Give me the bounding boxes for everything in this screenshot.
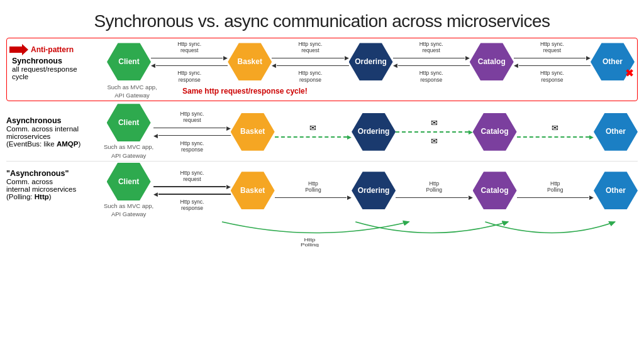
row3-label: "Asynchronous" Comm. across internal mic…	[6, 163, 104, 200]
row1-catalog-hex: Catalog	[470, 43, 514, 80]
row3-client-node: Client Such as MVC app,API Gateway	[104, 163, 153, 219]
row1-label2: all request/response	[12, 65, 103, 73]
row1-arr2-right-head: ▶	[345, 55, 349, 61]
row1-flow: Client Http sync.request ▶ ◀ Http sync.r…	[107, 41, 635, 83]
row2-sync-resp-label: Http sync.response	[153, 140, 230, 153]
row2-label3: microservices	[6, 133, 100, 140]
row1-ordering-hex: Ordering	[349, 43, 393, 80]
row1-arr4-right-head: ▶	[586, 55, 591, 61]
row3-client-hex: Client	[107, 163, 151, 200]
row3-other-hex: Other	[594, 172, 638, 209]
row1-arr1-bot-label: Http sync.response	[151, 70, 228, 82]
row2-below-client: Such as MVC app,API Gateway	[104, 143, 153, 160]
row3-poll1: HttpPolling ▶	[275, 180, 352, 200]
row2-sync-right: ▶	[153, 125, 230, 131]
row1-arr4-left-head: ◀	[514, 62, 518, 69]
row1-other-node: Other ✖	[591, 43, 635, 80]
row1-arr2-top-label: Http sync.request	[272, 41, 348, 53]
row1-arr2-bot-label: Http sync.response	[272, 70, 348, 82]
row1-arr4-right: ▶	[514, 55, 591, 61]
row1-arr1-left: ◀	[151, 62, 228, 69]
row2-other-node: Other	[594, 113, 638, 151]
row1-arr3-left-head: ◀	[393, 62, 397, 69]
row2-container: Asynchronous Comm. across internal micro…	[6, 104, 638, 160]
row1-ordering-node: Ordering	[349, 43, 393, 80]
arrow-icon	[9, 43, 28, 57]
row1-arr4-bot-label: Http sync.response	[514, 70, 591, 82]
same-http-label: Same http request/response cycle!	[182, 87, 308, 96]
row1-basket-node: Basket	[228, 43, 272, 80]
row1-basket-hex: Basket	[228, 43, 272, 80]
envelope-icon-3: ✉	[431, 136, 438, 146]
row2-ordering-hex: Ordering	[352, 113, 396, 151]
row3-ordering-hex: Ordering	[352, 172, 396, 209]
row1-client-node: Client	[107, 43, 151, 80]
row2-dashed1-line: ▶	[275, 134, 352, 140]
row3-label4c: )	[49, 193, 52, 200]
row2-sync-req-label: Http sync.request	[153, 111, 230, 123]
envelope-icon-1: ✉	[309, 123, 316, 133]
row1-arr2-right: ▶	[272, 55, 348, 61]
row1-arr4-left: ◀	[514, 62, 591, 69]
polling-curves-svg: Http Polling	[104, 219, 638, 247]
row1-label: Anti-pattern Synchronous all request/res…	[9, 43, 107, 80]
row2-dashed2: ✉ ▶ ✉	[396, 118, 472, 146]
row2-label4a: (EventBus: like	[6, 140, 57, 148]
row1-client-hex: Client	[107, 43, 151, 80]
row1-arr4-top-label: Http sync.request	[514, 41, 591, 53]
row3-basket-hex: Basket	[231, 172, 275, 209]
row2-label4c: )	[78, 140, 80, 148]
row1-label3: cycle	[12, 73, 103, 80]
row3-polling-svg-container: Http Polling	[104, 219, 638, 247]
main-content: Anti-pattern Synchronous all request/res…	[0, 38, 644, 247]
row2-label: Asynchronous Comm. across internal micro…	[6, 116, 104, 148]
row1-below-client-text: Such as MVC app,API Gateway	[107, 83, 157, 100]
row3-other-node: Other	[594, 172, 638, 209]
row2-flow: Client Such as MVC app,API Gateway Http …	[104, 104, 638, 160]
row1-below: Such as MVC app,API Gateway Same http re…	[9, 83, 635, 100]
row2-basket-node: Basket	[231, 113, 275, 151]
row1-arr3-right: ▶	[393, 55, 470, 61]
row3-poll1-label: HttpPolling	[275, 180, 352, 193]
svg-marker-0	[9, 44, 28, 55]
same-http-note: Same http request/response cycle!	[157, 83, 635, 100]
row3-label4b: Http	[35, 193, 49, 200]
row3-sync-arrow: Http sync.request ▶ ◀ Http sync.response	[153, 170, 230, 212]
row1-sync-label: Synchronous	[12, 57, 103, 65]
row2-basket-hex: Basket	[231, 113, 275, 151]
row2-catalog-node: Catalog	[473, 113, 517, 151]
row1-arr1-left-head: ◀	[151, 62, 155, 69]
row3-label2: Comm. across	[6, 178, 100, 185]
row2-label4: (EventBus: like AMQP)	[6, 140, 100, 148]
page-title: Synchronous vs. async communication acro…	[0, 0, 644, 38]
divider1	[6, 161, 638, 162]
row3-sync-right: ▶	[153, 184, 230, 190]
row1-catalog-node: Catalog	[470, 43, 514, 80]
row1-arr2-left-head: ◀	[272, 62, 276, 69]
row1-below-client-label: Such as MVC app,API Gateway	[107, 83, 157, 100]
row1-container: Anti-pattern Synchronous all request/res…	[6, 38, 638, 101]
row3-poll1-line: ▶	[275, 194, 352, 200]
row3-container: "Asynchronous" Comm. across internal mic…	[6, 163, 638, 247]
row3-poll3: HttpPolling ▶	[517, 180, 594, 200]
row1-arr1-top-label: Http sync.request	[151, 41, 228, 53]
row3-label1: "Asynchronous"	[6, 169, 100, 178]
row3-sync-req-label: Http sync.request	[153, 170, 230, 182]
row2-dashed3: ✉ ▶	[517, 123, 594, 140]
row2-label2: Comm. across internal	[6, 125, 100, 133]
row1-arr3-bot-label: Http sync.response	[393, 70, 470, 82]
antipattern-label: Anti-pattern	[31, 45, 74, 54]
row1-arr3-top-label: Http sync.request	[393, 41, 470, 53]
row1-arrow2: Http sync.request ▶ ◀ Http sync.response	[272, 41, 348, 83]
row2-dashed3-line: ▶	[517, 134, 594, 140]
row2-sync-left: ◀	[153, 133, 230, 139]
row2-catalog-hex: Catalog	[473, 113, 517, 151]
row3-label4: (Polling: Http)	[6, 193, 100, 200]
envelope-icon-2: ✉	[431, 118, 438, 128]
row3-label4a: (Polling:	[6, 193, 35, 200]
envelope-icon-4: ✉	[552, 123, 558, 133]
row1-arr3-left: ◀	[393, 62, 470, 69]
row1-arrow4: Http sync.request ▶ ◀ Http sync.response	[514, 41, 591, 83]
row2-other-hex: Other	[594, 113, 638, 151]
row2-client-node: Client Such as MVC app,API Gateway	[104, 104, 153, 160]
